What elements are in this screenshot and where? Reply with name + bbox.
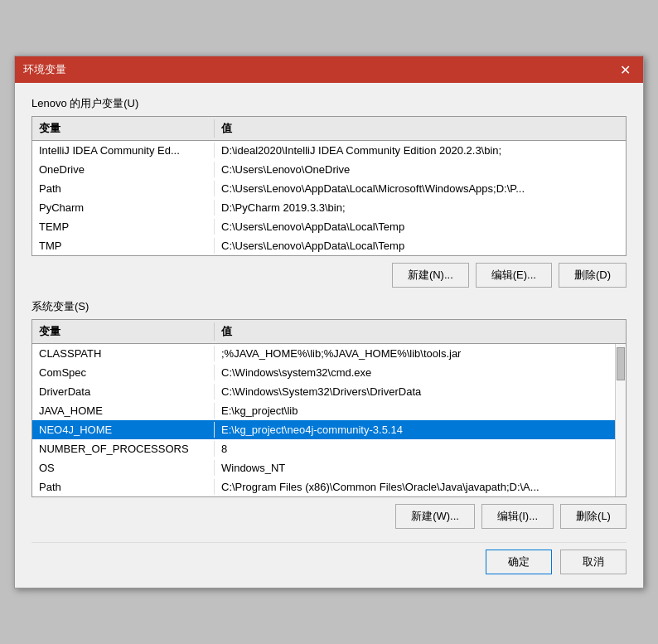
- row-var: OS: [32, 460, 215, 476]
- table-row[interactable]: NUMBER_OF_PROCESSORS8: [32, 439, 615, 458]
- cancel-button[interactable]: 取消: [560, 550, 627, 574]
- row-var: CLASSPATH: [32, 346, 215, 361]
- sys-buttons-row: 新建(W)... 编辑(I)... 删除(L): [31, 504, 627, 529]
- sys-edit-button[interactable]: 编辑(I)...: [481, 504, 554, 529]
- row-val: E:\kg_project\lib: [215, 403, 615, 419]
- table-row[interactable]: CLASSPATH;%JAVA_HOME%\lib;%JAVA_HOME%\li…: [32, 344, 615, 363]
- row-var: IntelliJ IDEA Community Ed...: [32, 143, 215, 158]
- row-var: PyCharm: [32, 200, 215, 215]
- system-variables-table: 变量 值 CLASSPATH;%JAVA_HOME%\lib;%JAVA_HOM…: [31, 319, 627, 497]
- user-section-label: Lenovo 的用户变量(U): [31, 96, 627, 111]
- title-bar: 环境变量 ✕: [15, 56, 643, 83]
- user-new-button[interactable]: 新建(N)...: [392, 263, 469, 288]
- dialog-body: Lenovo 的用户变量(U) 变量 值 IntelliJ IDEA Commu…: [15, 83, 643, 588]
- table-row[interactable]: DriverDataC:\Windows\System32\Drivers\Dr…: [32, 382, 615, 401]
- row-val: Windows_NT: [215, 460, 615, 476]
- sys-table-body: CLASSPATH;%JAVA_HOME%\lib;%JAVA_HOME%\li…: [32, 344, 615, 496]
- row-var: DriverData: [32, 384, 215, 399]
- sys-delete-button[interactable]: 删除(L): [560, 504, 627, 529]
- sys-new-button[interactable]: 新建(W)...: [395, 504, 475, 529]
- row-var: Path: [32, 479, 215, 495]
- table-row[interactable]: TEMPC:\Users\Lenovo\AppData\Local\Temp: [32, 217, 626, 236]
- user-header-var: 变量: [32, 119, 215, 138]
- scrollbar[interactable]: [615, 344, 626, 496]
- row-var: OneDrive: [32, 162, 215, 177]
- table-row[interactable]: PathC:\Users\Lenovo\AppData\Local\Micros…: [32, 179, 626, 198]
- user-edit-button[interactable]: 编辑(E)...: [476, 263, 552, 288]
- row-var: NEO4J_HOME: [32, 422, 215, 438]
- ok-button[interactable]: 确定: [486, 550, 552, 574]
- row-val: D:\PyCharm 2019.3.3\bin;: [215, 200, 626, 215]
- system-section-label: 系统变量(S): [31, 299, 627, 314]
- row-val: C:\Windows\system32\cmd.exe: [215, 365, 615, 380]
- row-var: Path: [32, 181, 215, 196]
- row-val: ;%JAVA_HOME%\lib;%JAVA_HOME%\lib\tools.j…: [215, 346, 615, 361]
- user-buttons-row: 新建(N)... 编辑(E)... 删除(D): [31, 263, 627, 288]
- user-delete-button[interactable]: 删除(D): [559, 263, 627, 288]
- user-table-body: IntelliJ IDEA Community Ed...D:\ideal202…: [32, 141, 626, 255]
- row-val: C:\Program Files (x86)\Common Files\Orac…: [215, 479, 615, 495]
- row-var: TEMP: [32, 219, 215, 235]
- row-val: C:\Users\Lenovo\AppData\Local\Microsoft\…: [215, 181, 626, 196]
- footer-buttons: 确定 取消: [31, 542, 627, 574]
- table-row[interactable]: NEO4J_HOMEE:\kg_project\neo4j-community-…: [32, 420, 615, 439]
- table-row[interactable]: IntelliJ IDEA Community Ed...D:\ideal202…: [32, 141, 626, 160]
- table-row[interactable]: PathC:\Program Files (x86)\Common Files\…: [32, 477, 615, 496]
- table-row[interactable]: OSWindows_NT: [32, 458, 615, 477]
- close-button[interactable]: ✕: [615, 60, 635, 80]
- table-row[interactable]: OneDriveC:\Users\Lenovo\OneDrive: [32, 160, 626, 179]
- row-val: E:\kg_project\neo4j-community-3.5.14: [215, 422, 615, 438]
- sys-header-val: 值: [215, 322, 616, 341]
- environment-variables-dialog: 环境变量 ✕ Lenovo 的用户变量(U) 变量 值 IntelliJ IDE…: [14, 56, 644, 588]
- row-val: 8: [215, 441, 615, 457]
- dialog-title: 环境变量: [23, 62, 66, 77]
- table-row[interactable]: TMPC:\Users\Lenovo\AppData\Local\Temp: [32, 236, 626, 255]
- user-header-val: 值: [215, 119, 626, 138]
- sys-table-header: 变量 值: [32, 320, 626, 344]
- table-row[interactable]: JAVA_HOMEE:\kg_project\lib: [32, 401, 615, 420]
- row-var: NUMBER_OF_PROCESSORS: [32, 441, 215, 457]
- row-val: D:\ideal2020\IntelliJ IDEA Community Edi…: [215, 143, 626, 158]
- user-variables-table: 变量 值 IntelliJ IDEA Community Ed...D:\ide…: [31, 116, 627, 256]
- scrollbar-thumb[interactable]: [617, 347, 625, 380]
- row-var: ComSpec: [32, 365, 215, 380]
- sys-header-var: 变量: [32, 322, 215, 341]
- row-val: C:\Windows\System32\Drivers\DriverData: [215, 384, 615, 399]
- row-val: C:\Users\Lenovo\AppData\Local\Temp: [215, 238, 626, 254]
- row-var: TMP: [32, 238, 215, 254]
- row-val: C:\Users\Lenovo\OneDrive: [215, 162, 626, 177]
- row-var: JAVA_HOME: [32, 403, 215, 419]
- table-row[interactable]: PyCharmD:\PyCharm 2019.3.3\bin;: [32, 198, 626, 217]
- row-val: C:\Users\Lenovo\AppData\Local\Temp: [215, 219, 626, 235]
- user-table-header: 变量 值: [32, 117, 626, 141]
- table-row[interactable]: ComSpecC:\Windows\system32\cmd.exe: [32, 363, 615, 382]
